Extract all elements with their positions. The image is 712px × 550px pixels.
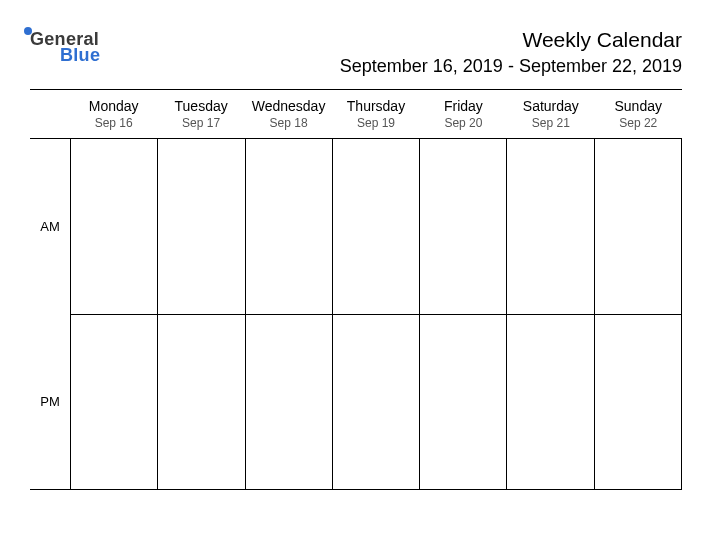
cells — [70, 138, 682, 490]
row-pm — [70, 314, 681, 489]
period-labels: AM PM — [30, 138, 70, 490]
day-name: Monday — [70, 98, 157, 114]
day-header-fri: Friday Sep 20 — [420, 96, 507, 138]
logo-dot-icon — [24, 27, 32, 35]
day-header-mon: Monday Sep 16 — [70, 96, 157, 138]
day-header-sat: Saturday Sep 21 — [507, 96, 594, 138]
cell-pm-sun — [594, 315, 681, 489]
cell-pm-thu — [332, 315, 419, 489]
cell-am-mon — [70, 139, 157, 314]
page-title: Weekly Calendar — [340, 28, 682, 52]
day-header-sun: Sunday Sep 22 — [595, 96, 682, 138]
header: General Blue Weekly Calendar September 1… — [30, 28, 682, 77]
grid-body: AM PM — [30, 138, 682, 490]
day-headers-row: Monday Sep 16 Tuesday Sep 17 Wednesday S… — [70, 96, 682, 138]
day-header-thu: Thursday Sep 19 — [332, 96, 419, 138]
day-date: Sep 19 — [332, 116, 419, 130]
cell-am-fri — [419, 139, 506, 314]
cell-pm-mon — [70, 315, 157, 489]
day-date: Sep 18 — [245, 116, 332, 130]
cell-pm-sat — [506, 315, 593, 489]
day-name: Friday — [420, 98, 507, 114]
cell-pm-tue — [157, 315, 244, 489]
day-name: Saturday — [507, 98, 594, 114]
calendar-page: General Blue Weekly Calendar September 1… — [0, 0, 712, 520]
row-am — [70, 139, 681, 314]
logo: General Blue — [30, 28, 100, 64]
day-header-wed: Wednesday Sep 18 — [245, 96, 332, 138]
cell-pm-fri — [419, 315, 506, 489]
period-label-am: AM — [30, 139, 70, 314]
period-label-pm: PM — [30, 314, 70, 489]
cell-am-thu — [332, 139, 419, 314]
calendar-grid: Monday Sep 16 Tuesday Sep 17 Wednesday S… — [30, 96, 682, 490]
day-name: Tuesday — [157, 98, 244, 114]
title-block: Weekly Calendar September 16, 2019 - Sep… — [340, 28, 682, 77]
day-date: Sep 16 — [70, 116, 157, 130]
cell-pm-wed — [245, 315, 332, 489]
day-date: Sep 21 — [507, 116, 594, 130]
cell-am-sun — [594, 139, 681, 314]
cell-am-wed — [245, 139, 332, 314]
logo-text-blue: Blue — [60, 46, 100, 64]
cell-am-tue — [157, 139, 244, 314]
day-name: Sunday — [595, 98, 682, 114]
date-range: September 16, 2019 - September 22, 2019 — [340, 56, 682, 77]
day-name: Wednesday — [245, 98, 332, 114]
day-date: Sep 20 — [420, 116, 507, 130]
cell-am-sat — [506, 139, 593, 314]
day-date: Sep 22 — [595, 116, 682, 130]
header-divider — [30, 89, 682, 90]
day-name: Thursday — [332, 98, 419, 114]
day-header-tue: Tuesday Sep 17 — [157, 96, 244, 138]
day-date: Sep 17 — [157, 116, 244, 130]
